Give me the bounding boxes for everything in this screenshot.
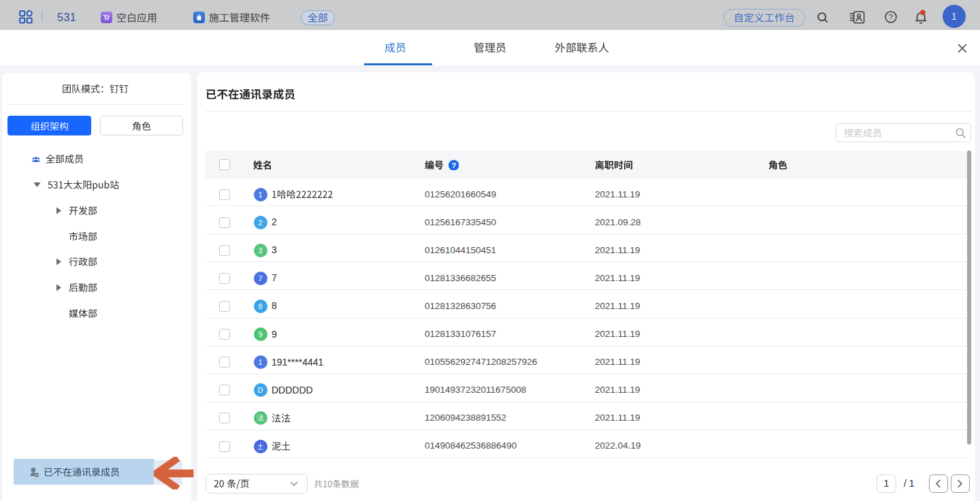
svg-text:?: ? [451, 160, 456, 169]
svg-text:?: ? [889, 13, 893, 21]
